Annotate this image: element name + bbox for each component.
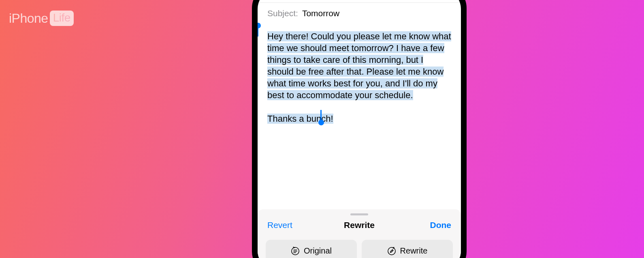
sheet-grabber[interactable]: [350, 213, 368, 215]
writing-tools-sheet: Revert Rewrite Done: [258, 209, 461, 258]
body-paragraph-1: Hey there! Could you please let me know …: [267, 31, 451, 100]
revert-button[interactable]: Revert: [267, 220, 292, 230]
rewrite-button-label: Rewrite: [400, 246, 428, 256]
phone-screen: Subject: Tomorrow Hey there! Could you p…: [258, 0, 461, 258]
sheet-header: Revert Rewrite Done: [258, 218, 461, 240]
watermark-prefix: iPhone: [9, 11, 48, 26]
subject-value: Tomorrow: [302, 9, 339, 18]
original-button[interactable]: Original: [266, 240, 357, 258]
rewrite-button[interactable]: Rewrite: [362, 240, 453, 258]
subject-row[interactable]: Subject: Tomorrow: [258, 2, 461, 25]
phone-frame: Subject: Tomorrow Hey there! Could you p…: [252, 0, 467, 258]
email-body[interactable]: Hey there! Could you please let me know …: [258, 25, 461, 130]
selection-handle-end[interactable]: [318, 120, 324, 125]
rewrite-icon: [387, 247, 396, 256]
watermark-suffix-box: Life: [50, 11, 74, 26]
done-button[interactable]: Done: [430, 220, 452, 230]
selected-text[interactable]: Hey there! Could you please let me know …: [267, 30, 451, 125]
subject-label: Subject:: [267, 9, 298, 18]
original-icon: [291, 247, 300, 256]
original-button-label: Original: [304, 246, 332, 256]
iphonelife-watermark: iPhone Life: [9, 11, 74, 26]
sheet-title: Rewrite: [344, 220, 375, 230]
option-buttons-row: Original Rewrite: [258, 240, 461, 258]
selection-handle-start[interactable]: [258, 23, 261, 28]
